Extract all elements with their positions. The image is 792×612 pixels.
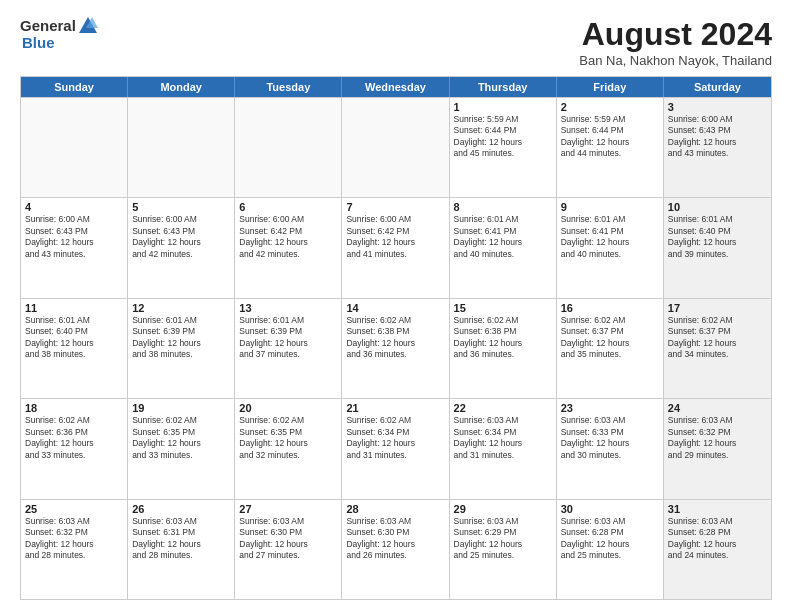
day-number: 5 (132, 201, 230, 213)
cell-info-line: Sunset: 6:39 PM (132, 326, 230, 337)
day-number: 28 (346, 503, 444, 515)
cell-info-line: Sunrise: 6:03 AM (454, 516, 552, 527)
cell-info-line: Sunset: 6:42 PM (346, 226, 444, 237)
calendar-cell-21: 21Sunrise: 6:02 AMSunset: 6:34 PMDayligh… (342, 399, 449, 498)
day-number: 16 (561, 302, 659, 314)
cell-info-line: and 25 minutes. (454, 550, 552, 561)
cell-info-line: Daylight: 12 hours (346, 438, 444, 449)
cell-info-line: Sunset: 6:37 PM (561, 326, 659, 337)
day-number: 10 (668, 201, 767, 213)
cell-info-line: Daylight: 12 hours (668, 338, 767, 349)
cell-info-line: Daylight: 12 hours (561, 338, 659, 349)
calendar-cell-22: 22Sunrise: 6:03 AMSunset: 6:34 PMDayligh… (450, 399, 557, 498)
day-number: 4 (25, 201, 123, 213)
day-number: 1 (454, 101, 552, 113)
cell-info-line: and 28 minutes. (25, 550, 123, 561)
day-number: 9 (561, 201, 659, 213)
cell-info-line: Daylight: 12 hours (132, 539, 230, 550)
day-number: 20 (239, 402, 337, 414)
cell-info-line: Daylight: 12 hours (25, 438, 123, 449)
cell-info-line: Sunset: 6:28 PM (561, 527, 659, 538)
day-number: 3 (668, 101, 767, 113)
calendar-cell-18: 18Sunrise: 6:02 AMSunset: 6:36 PMDayligh… (21, 399, 128, 498)
calendar-cell-16: 16Sunrise: 6:02 AMSunset: 6:37 PMDayligh… (557, 299, 664, 398)
cell-info-line: Sunset: 6:35 PM (132, 427, 230, 438)
cell-info-line: Daylight: 12 hours (25, 338, 123, 349)
cell-info-line: Sunrise: 6:01 AM (132, 315, 230, 326)
calendar-cell-25: 25Sunrise: 6:03 AMSunset: 6:32 PMDayligh… (21, 500, 128, 599)
cell-info-line: and 31 minutes. (346, 450, 444, 461)
cell-info-line: Sunrise: 6:00 AM (239, 214, 337, 225)
calendar-cell-30: 30Sunrise: 6:03 AMSunset: 6:28 PMDayligh… (557, 500, 664, 599)
cell-info-line: and 43 minutes. (25, 249, 123, 260)
cell-info-line: and 35 minutes. (561, 349, 659, 360)
cell-info-line: and 26 minutes. (346, 550, 444, 561)
cell-info-line: Daylight: 12 hours (132, 438, 230, 449)
cell-info-line: Sunrise: 6:02 AM (561, 315, 659, 326)
cell-info-line: Sunrise: 6:02 AM (25, 415, 123, 426)
cell-info-line: Sunrise: 6:01 AM (454, 214, 552, 225)
cell-info-line: and 45 minutes. (454, 148, 552, 159)
logo: General Blue (20, 16, 98, 52)
cell-info-line: and 36 minutes. (454, 349, 552, 360)
cell-info-line: Sunset: 6:43 PM (132, 226, 230, 237)
cell-info-line: Sunrise: 6:00 AM (346, 214, 444, 225)
calendar-body: 1Sunrise: 5:59 AMSunset: 6:44 PMDaylight… (21, 97, 771, 599)
cell-info-line: and 27 minutes. (239, 550, 337, 561)
cell-info-line: Daylight: 12 hours (668, 137, 767, 148)
cell-info-line: Sunrise: 6:00 AM (25, 214, 123, 225)
cell-info-line: Daylight: 12 hours (132, 237, 230, 248)
day-number: 29 (454, 503, 552, 515)
cell-info-line: Sunrise: 6:03 AM (668, 415, 767, 426)
cell-info-line: Daylight: 12 hours (239, 539, 337, 550)
day-number: 24 (668, 402, 767, 414)
cell-info-line: Sunset: 6:42 PM (239, 226, 337, 237)
day-number: 8 (454, 201, 552, 213)
cell-info-line: Daylight: 12 hours (346, 338, 444, 349)
calendar-row-4: 18Sunrise: 6:02 AMSunset: 6:36 PMDayligh… (21, 398, 771, 498)
cell-info-line: Sunset: 6:38 PM (346, 326, 444, 337)
cell-info-line: Sunrise: 6:01 AM (239, 315, 337, 326)
cell-info-line: Daylight: 12 hours (668, 237, 767, 248)
cell-info-line: Sunset: 6:34 PM (454, 427, 552, 438)
location: Ban Na, Nakhon Nayok, Thailand (579, 53, 772, 68)
cell-info-line: and 31 minutes. (454, 450, 552, 461)
cell-info-line: Sunset: 6:43 PM (668, 125, 767, 136)
cell-info-line: and 39 minutes. (668, 249, 767, 260)
cell-info-line: Daylight: 12 hours (454, 338, 552, 349)
cell-info-line: Daylight: 12 hours (454, 539, 552, 550)
cell-info-line: Daylight: 12 hours (239, 338, 337, 349)
cell-info-line: Daylight: 12 hours (668, 438, 767, 449)
logo-icon (78, 16, 98, 34)
day-number: 22 (454, 402, 552, 414)
cell-info-line: and 40 minutes. (561, 249, 659, 260)
calendar-cell-empty-0-3 (342, 98, 449, 197)
calendar-row-2: 4Sunrise: 6:00 AMSunset: 6:43 PMDaylight… (21, 197, 771, 297)
cell-info-line: Sunset: 6:31 PM (132, 527, 230, 538)
month-title: August 2024 (579, 16, 772, 53)
cell-info-line: and 40 minutes. (454, 249, 552, 260)
cell-info-line: Daylight: 12 hours (561, 137, 659, 148)
cell-info-line: Sunrise: 6:03 AM (668, 516, 767, 527)
calendar-cell-26: 26Sunrise: 6:03 AMSunset: 6:31 PMDayligh… (128, 500, 235, 599)
cell-info-line: Sunset: 6:40 PM (25, 326, 123, 337)
cell-info-line: and 32 minutes. (239, 450, 337, 461)
cell-info-line: Sunset: 6:32 PM (25, 527, 123, 538)
calendar-cell-14: 14Sunrise: 6:02 AMSunset: 6:38 PMDayligh… (342, 299, 449, 398)
cell-info-line: Sunset: 6:41 PM (561, 226, 659, 237)
cell-info-line: and 28 minutes. (132, 550, 230, 561)
cell-info-line: Sunset: 6:35 PM (239, 427, 337, 438)
cell-info-line: Sunset: 6:44 PM (454, 125, 552, 136)
calendar-cell-23: 23Sunrise: 6:03 AMSunset: 6:33 PMDayligh… (557, 399, 664, 498)
header-day-wednesday: Wednesday (342, 77, 449, 97)
calendar-cell-24: 24Sunrise: 6:03 AMSunset: 6:32 PMDayligh… (664, 399, 771, 498)
calendar-cell-empty-0-2 (235, 98, 342, 197)
day-number: 27 (239, 503, 337, 515)
cell-info-line: Sunset: 6:38 PM (454, 326, 552, 337)
calendar-cell-empty-0-0 (21, 98, 128, 197)
cell-info-line: and 34 minutes. (668, 349, 767, 360)
day-number: 11 (25, 302, 123, 314)
calendar-cell-6: 6Sunrise: 6:00 AMSunset: 6:42 PMDaylight… (235, 198, 342, 297)
logo-blue-text: Blue (22, 34, 55, 51)
cell-info-line: Daylight: 12 hours (454, 137, 552, 148)
